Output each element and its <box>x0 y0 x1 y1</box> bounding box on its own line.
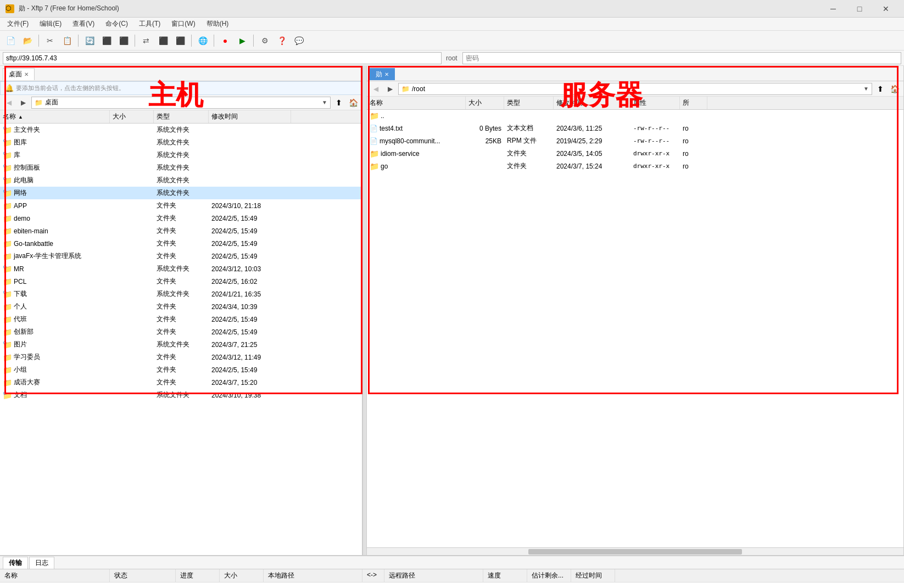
local-file-size <box>110 142 154 144</box>
toolbar-btn5[interactable]: ⬛ <box>99 33 114 48</box>
remote-path-combo[interactable]: 📁 /root ▼ <box>398 83 872 95</box>
local-file-row[interactable]: 📁⚙ 图库 系统文件夹 <box>0 136 362 149</box>
local-file-row[interactable]: 📁⚙ 控制面板 系统文件夹 <box>0 161 362 174</box>
toolbar-transfer[interactable]: ⇄ <box>138 33 154 48</box>
remote-col-type[interactable]: 类型 <box>504 97 554 109</box>
local-file-row[interactable]: 📁 代班 文件夹 2024/2/5, 15:49 <box>0 313 362 326</box>
minimize-button[interactable]: ─ <box>821 0 846 18</box>
toolbar-red[interactable]: ● <box>217 33 233 48</box>
remote-file-type <box>504 115 554 117</box>
local-file-date: 2024/3/12, 11:49 <box>209 352 291 362</box>
local-tab-desktop[interactable]: 桌面 ✕ <box>3 68 35 80</box>
local-file-row[interactable]: 📁 创新部 文件夹 2024/2/5, 15:49 <box>0 326 362 338</box>
local-col-name[interactable]: 名称 ▲ <box>0 110 110 123</box>
toolbar-settings[interactable]: ⚙ <box>257 33 272 48</box>
local-file-row[interactable]: 📁 ebiten-main 文件夹 2024/2/5, 15:49 <box>0 225 362 237</box>
local-tab-close[interactable]: ✕ <box>24 71 29 77</box>
remote-col-size[interactable]: 大小 <box>466 97 504 109</box>
local-path-up[interactable]: ⬆ <box>333 97 345 109</box>
local-file-row[interactable]: 📁 javaFx-学生卡管理系统 文件夹 2024/2/5, 15:49 <box>0 250 362 262</box>
panel-divider[interactable] <box>362 66 367 555</box>
local-file-row[interactable]: 📁⚙ 主文件夹 系统文件夹 <box>0 124 362 136</box>
menu-edit[interactable]: 编辑(E) <box>35 18 66 30</box>
local-back-button[interactable]: ◀ <box>3 97 15 109</box>
notice-icon: 🔔 <box>5 84 14 92</box>
local-file-list[interactable]: 名称 ▲ 大小 类型 修改时间 📁⚙ 主文件夹 系统文件夹 📁⚙ 图库 <box>0 110 362 555</box>
remote-file-list[interactable]: 名称 大小 类型 修改时间 属性 所 📁 .. 📄 test4.txt 0 <box>367 97 903 547</box>
local-notice-bar: 🔔 要添加当前会话，点击左侧的箭头按钮。 <box>0 81 362 95</box>
remote-hscroll-thumb[interactable] <box>528 549 742 555</box>
toolbar-chat[interactable]: 💬 <box>291 33 306 48</box>
remote-file-row[interactable]: 📁 go 文件夹 2024/3/7, 15:24 drwxr-xr-x ro <box>367 160 903 172</box>
local-file-row[interactable]: 📁⚙ MR 系统文件夹 2024/3/12, 10:03 <box>0 262 362 275</box>
local-file-row[interactable]: 📁⚙ 网络 系统文件夹 <box>0 187 362 199</box>
maximize-button[interactable]: □ <box>847 0 872 18</box>
remote-file-owner <box>680 115 707 117</box>
local-col-size[interactable]: 大小 <box>110 110 154 123</box>
remote-hscroll[interactable] <box>367 547 903 555</box>
toolbar-help[interactable]: ❓ <box>274 33 289 48</box>
toolbar-btn6[interactable]: ⬛ <box>116 33 131 48</box>
local-file-row[interactable]: 📁 成语大赛 文件夹 2024/3/7, 15:20 <box>0 376 362 389</box>
transfer-tab-log[interactable]: 日志 <box>29 557 54 569</box>
local-path-combo[interactable]: 📁 桌面 ▼ <box>31 97 331 109</box>
toolbar-copy[interactable]: 📋 <box>59 33 75 48</box>
local-file-row[interactable]: 📁 小组 文件夹 2024/2/5, 15:49 <box>0 363 362 376</box>
transfer-tab-transfer[interactable]: 传输 <box>3 557 28 569</box>
remote-file-row[interactable]: 📄 test4.txt 0 Bytes 文本文档 2024/3/6, 11:25… <box>367 122 903 135</box>
local-file-row[interactable]: 📁⚙ 图片 系统文件夹 2024/3/7, 21:25 <box>0 338 362 351</box>
local-file-row[interactable]: 📁 PCL 文件夹 2024/2/5, 16:02 <box>0 275 362 288</box>
remote-col-date[interactable]: 修改时间 <box>554 97 630 109</box>
local-forward-button[interactable]: ▶ <box>17 97 29 109</box>
toolbar-refresh[interactable]: 🔄 <box>82 33 97 48</box>
local-file-name: 📁 Go-tankbattle <box>0 238 110 249</box>
remote-path-up[interactable]: ⬆ <box>874 83 886 95</box>
local-file-row[interactable]: 📁⚙ 文档 系统文件夹 2024/3/10, 19:38 <box>0 389 362 401</box>
local-col-date[interactable]: 修改时间 <box>209 110 291 123</box>
local-file-date: 2024/3/10, 19:38 <box>209 390 291 400</box>
menu-window[interactable]: 窗口(W) <box>167 18 199 30</box>
local-file-size <box>110 356 154 359</box>
toolbar-green[interactable]: ▶ <box>235 33 250 48</box>
remote-tab-close[interactable]: ✕ <box>384 71 389 77</box>
local-file-row[interactable]: 📁 Go-tankbattle 文件夹 2024/2/5, 15:49 <box>0 237 362 250</box>
remote-file-row[interactable]: 📁 .. <box>367 110 903 122</box>
local-file-row[interactable]: 📁⚙ 下载 系统文件夹 2024/1/21, 16:35 <box>0 288 362 300</box>
host-input[interactable] <box>3 52 442 64</box>
local-file-row[interactable]: 📁⚙ 此电脑 系统文件夹 <box>0 174 362 187</box>
remote-file-row[interactable]: 📁 idiom-service 文件夹 2024/3/5, 14:05 drwx… <box>367 147 903 160</box>
local-file-row[interactable]: 📁 APP 文件夹 2024/3/10, 21:18 <box>0 199 362 212</box>
remote-file-type: 文本文档 <box>504 122 554 134</box>
menu-file[interactable]: 文件(F) <box>3 18 33 30</box>
password-input[interactable] <box>462 52 901 64</box>
toolbar-btn9[interactable]: ⬛ <box>172 33 188 48</box>
menu-tools[interactable]: 工具(T) <box>135 18 165 30</box>
remote-file-row[interactable]: 📄 mysql80-communit... 25KB RPM 文件 2019/4… <box>367 135 903 147</box>
toolbar-btn8[interactable]: ⬛ <box>155 33 171 48</box>
remote-col-name[interactable]: 名称 <box>367 97 466 109</box>
remote-col-attr[interactable]: 属性 <box>630 97 680 109</box>
remote-back-button[interactable]: ◀ <box>370 83 382 95</box>
menu-view[interactable]: 查看(V) <box>68 18 99 30</box>
local-file-row[interactable]: 📁 demo 文件夹 2024/2/5, 15:49 <box>0 212 362 225</box>
menu-help[interactable]: 帮助(H) <box>202 18 233 30</box>
local-file-row[interactable]: 📁⚙ 库 系统文件夹 <box>0 149 362 161</box>
local-file-type: 文件夹 <box>154 225 209 237</box>
close-button[interactable]: ✕ <box>873 0 899 18</box>
toolbar-globe[interactable]: 🌐 <box>195 33 210 48</box>
remote-forward-button[interactable]: ▶ <box>384 83 396 95</box>
remote-tab-root[interactable]: 勋 ✕ <box>370 68 395 80</box>
local-file-date: 2024/1/21, 16:35 <box>209 289 291 299</box>
local-file-row[interactable]: 📁 个人 文件夹 2024/3/4, 10:39 <box>0 300 362 313</box>
toolbar-open[interactable]: 📂 <box>20 33 35 48</box>
local-tab-label: 桌面 <box>9 70 22 79</box>
toolbar-new[interactable]: 📄 <box>3 33 18 48</box>
local-file-date <box>209 154 291 156</box>
local-path-home[interactable]: 🏠 <box>347 97 359 109</box>
remote-col-owner[interactable]: 所 <box>680 97 707 109</box>
local-file-row[interactable]: 📁 学习委员 文件夹 2024/3/12, 11:49 <box>0 351 362 363</box>
menu-command[interactable]: 命令(C) <box>101 18 132 30</box>
remote-path-home[interactable]: 🏠 <box>889 83 901 95</box>
local-col-type[interactable]: 类型 <box>154 110 209 123</box>
toolbar-cut[interactable]: ✂ <box>42 33 58 48</box>
